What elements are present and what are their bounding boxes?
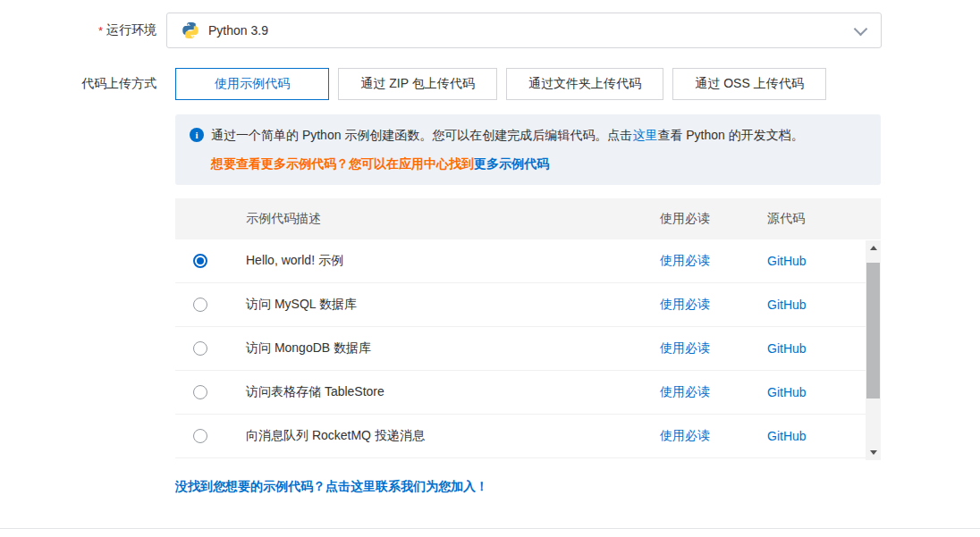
tab-label: 通过 OSS 上传代码 bbox=[695, 76, 803, 92]
sample-code-section: i 通过一个简单的 Python 示例创建函数。您可以在创建完成后编辑代码。点击… bbox=[175, 114, 881, 495]
bottom-divider bbox=[0, 528, 980, 529]
header-readme: 使用必读 bbox=[660, 211, 767, 227]
info-text-suffix: 查看 Python 的开发文档。 bbox=[657, 128, 803, 142]
table-row[interactable]: 访问 MySQL 数据库 使用必读 GitHub bbox=[175, 283, 881, 327]
upload-method-tab[interactable]: 使用示例代码 bbox=[175, 68, 329, 100]
readme-link[interactable]: 使用必读 bbox=[660, 297, 710, 311]
scrollbar[interactable] bbox=[866, 240, 881, 460]
tab-label: 通过文件夹上传代码 bbox=[528, 76, 641, 92]
info-icon: i bbox=[190, 128, 204, 142]
radio-button[interactable] bbox=[193, 341, 207, 356]
table-row[interactable]: 向消息队列 RocketMQ 投递消息 使用必读 GitHub bbox=[175, 415, 881, 458]
header-description: 示例代码描述 bbox=[246, 211, 660, 227]
upload-method-tab[interactable]: 通过文件夹上传代码 bbox=[506, 68, 663, 100]
sample-description: 访问表格存储 TableStore bbox=[246, 384, 660, 400]
upload-method-tab[interactable]: 通过 ZIP 包上传代码 bbox=[338, 68, 497, 100]
source-link[interactable]: GitHub bbox=[767, 298, 807, 312]
table-header: 示例代码描述 使用必读 源代码 bbox=[175, 198, 881, 239]
radio-button[interactable] bbox=[193, 429, 207, 443]
info-banner: i 通过一个简单的 Python 示例创建函数。您可以在创建完成后编辑代码。点击… bbox=[175, 114, 881, 185]
radio-button[interactable] bbox=[193, 385, 207, 399]
scrollbar-down-arrow-icon[interactable] bbox=[866, 445, 881, 460]
source-link[interactable]: GitHub bbox=[767, 385, 807, 399]
upload-method-tabs: 使用示例代码 通过 ZIP 包上传代码 通过文件夹上传代码 通过 OSS 上传代… bbox=[175, 68, 826, 100]
scrollbar-thumb[interactable] bbox=[866, 263, 880, 399]
info-banner-line2: 想要查看更多示例代码？您可以在应用中心找到更多示例代码 bbox=[211, 155, 866, 172]
readme-link[interactable]: 使用必读 bbox=[660, 340, 710, 355]
table-row[interactable]: 访问表格存储 TableStore 使用必读 GitHub bbox=[175, 371, 881, 415]
runtime-form-row: *运行环境 Python 3.9 bbox=[0, 13, 980, 48]
readme-link[interactable]: 使用必读 bbox=[660, 253, 710, 267]
upload-method-label: 代码上传方式 bbox=[0, 68, 156, 92]
upload-method-form-row: 代码上传方式 使用示例代码 通过 ZIP 包上传代码 通过文件夹上传代码 通过 … bbox=[0, 68, 980, 100]
chevron-down-icon bbox=[856, 27, 865, 36]
runtime-select[interactable]: Python 3.9 bbox=[166, 13, 882, 48]
python-logo-icon bbox=[182, 21, 199, 39]
sample-description: 访问 MySQL 数据库 bbox=[246, 297, 660, 313]
table-row[interactable]: 访问 MongoDB 数据库 使用必读 GitHub bbox=[175, 327, 881, 371]
sample-description: 访问 MongoDB 数据库 bbox=[246, 340, 660, 357]
sample-description: Hello, world! 示例 bbox=[246, 253, 660, 269]
more-samples-prompt: 想要查看更多示例代码？您可以在应用中心找到 bbox=[211, 156, 474, 171]
docs-here-link[interactable]: 这里 bbox=[632, 128, 657, 142]
runtime-label: *运行环境 bbox=[0, 13, 156, 38]
tab-label: 通过 ZIP 包上传代码 bbox=[360, 76, 474, 92]
source-link[interactable]: GitHub bbox=[767, 429, 807, 443]
contact-us-link[interactable]: 没找到您想要的示例代码？点击这里联系我们为您加入！ bbox=[175, 479, 881, 495]
upload-method-tab[interactable]: 通过 OSS 上传代码 bbox=[672, 68, 826, 100]
radio-button[interactable] bbox=[193, 298, 207, 312]
sample-code-table: 示例代码描述 使用必读 源代码 Hello, world! 示例 使用必读 Gi… bbox=[175, 198, 881, 460]
readme-link[interactable]: 使用必读 bbox=[660, 428, 710, 442]
readme-link[interactable]: 使用必读 bbox=[660, 384, 710, 399]
tab-label: 使用示例代码 bbox=[215, 76, 290, 92]
source-link[interactable]: GitHub bbox=[767, 254, 807, 268]
table-row[interactable]: Hello, world! 示例 使用必读 GitHub bbox=[175, 239, 881, 283]
required-asterisk: * bbox=[98, 24, 103, 38]
scrollbar-up-arrow-icon[interactable] bbox=[866, 240, 881, 256]
runtime-value: Python 3.9 bbox=[208, 23, 268, 38]
radio-button[interactable] bbox=[193, 254, 207, 268]
info-banner-line1: i 通过一个简单的 Python 示例创建函数。您可以在创建完成后编辑代码。点击… bbox=[190, 127, 866, 143]
table-body: Hello, world! 示例 使用必读 GitHub 访问 MySQL 数据… bbox=[175, 239, 881, 460]
more-samples-link[interactable]: 更多示例代码 bbox=[474, 156, 549, 171]
sample-description: 向消息队列 RocketMQ 投递消息 bbox=[246, 428, 660, 444]
header-source: 源代码 bbox=[767, 211, 866, 227]
source-link[interactable]: GitHub bbox=[767, 341, 807, 356]
info-text-prefix: 通过一个简单的 Python 示例创建函数。您可以在创建完成后编辑代码。点击 bbox=[211, 128, 632, 142]
